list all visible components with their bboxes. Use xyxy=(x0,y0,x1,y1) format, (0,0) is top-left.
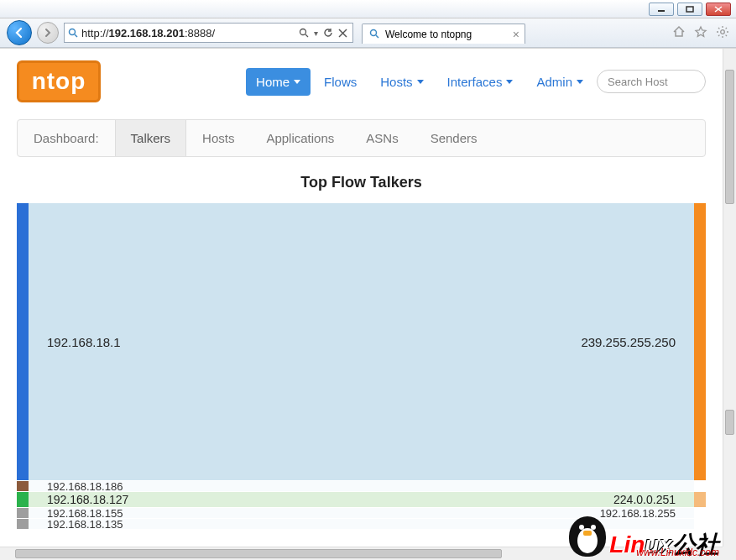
vertical-scrollbar[interactable] xyxy=(723,49,736,547)
flow-band: 192.168.18.186 xyxy=(29,481,694,491)
address-bar-tools: ▾ xyxy=(294,28,352,38)
flow-row[interactable]: 192.168.18.135 xyxy=(17,519,706,529)
source-host-label: 192.168.18.135 xyxy=(47,518,123,531)
dest-node-empty xyxy=(694,481,706,491)
nav-home[interactable]: Home xyxy=(246,68,311,96)
nav-hosts-label: Hosts xyxy=(380,75,412,89)
source-node xyxy=(17,508,29,518)
stop-icon[interactable] xyxy=(338,29,347,38)
source-host-label: 192.168.18.1 xyxy=(47,335,121,349)
flow-band: 192.168.18.155 192.168.18.255 xyxy=(29,508,694,518)
search-go-icon[interactable] xyxy=(299,28,309,38)
nav-back-button[interactable] xyxy=(7,20,32,45)
chevron-down-icon xyxy=(577,80,583,84)
window-titlebar xyxy=(0,0,736,18)
url-text: http://192.168.18.201:8888/ xyxy=(81,27,294,39)
nav-hosts[interactable]: Hosts xyxy=(370,68,433,96)
dest-host-label: 239.255.255.250 xyxy=(581,335,676,349)
svg-line-17 xyxy=(718,28,719,29)
dashboard-label: Dashboard: xyxy=(18,120,115,156)
browser-tab[interactable]: Welcome to ntopng × xyxy=(362,24,525,44)
source-node xyxy=(17,492,29,507)
search-placeholder: Search Host xyxy=(608,76,668,88)
svg-point-6 xyxy=(300,29,306,35)
ntop-logo[interactable]: ntop xyxy=(17,60,101,102)
close-button[interactable] xyxy=(706,3,731,16)
minimize-button[interactable] xyxy=(649,3,674,16)
source-node xyxy=(17,203,29,480)
source-host-label: 192.168.18.127 xyxy=(47,493,128,506)
scrollbar-thumb[interactable] xyxy=(15,549,502,558)
svg-line-7 xyxy=(305,34,308,37)
flow-row[interactable]: 192.168.18.155 192.168.18.255 xyxy=(17,508,706,518)
dest-node xyxy=(694,492,706,507)
nav-flows[interactable]: Flows xyxy=(314,68,367,96)
tab-favicon-search-icon xyxy=(369,29,380,39)
nav-home-label: Home xyxy=(256,75,290,89)
settings-icon[interactable] xyxy=(716,25,729,41)
browser-toolbar: http://192.168.18.201:8888/ ▾ Welcome to… xyxy=(0,18,736,48)
nav-forward-button[interactable] xyxy=(37,22,59,44)
chevron-down-icon xyxy=(506,80,513,84)
svg-point-4 xyxy=(69,29,75,34)
flow-band: 192.168.18.127 224.0.0.251 xyxy=(29,492,694,507)
nav-interfaces[interactable]: Interfaces xyxy=(437,68,524,96)
site-header: ntop Home Flows Hosts Interfaces Admin xyxy=(17,59,706,104)
source-node xyxy=(17,519,29,529)
search-input[interactable]: Search Host xyxy=(597,70,706,93)
horizontal-scrollbar[interactable] xyxy=(0,547,723,560)
chevron-down-icon xyxy=(417,80,424,84)
flow-row[interactable]: 192.168.18.1 239.255.255.250 xyxy=(17,203,706,480)
dest-node xyxy=(694,203,706,480)
scrollbar-thumb[interactable] xyxy=(725,70,734,204)
dest-node-empty xyxy=(694,519,706,529)
svg-line-11 xyxy=(376,35,378,38)
tab-title: Welcome to ntopng xyxy=(385,29,472,40)
nav-admin[interactable]: Admin xyxy=(526,68,593,96)
sankey-chart: 192.168.18.1 239.255.255.250 192.168.18.… xyxy=(17,203,706,529)
dest-host-label: 224.0.0.251 xyxy=(613,493,676,506)
tab-hosts[interactable]: Hosts xyxy=(186,120,250,156)
svg-rect-1 xyxy=(686,7,693,12)
home-icon[interactable] xyxy=(672,25,686,41)
tab-asns[interactable]: ASNs xyxy=(350,120,414,156)
browser-right-icons xyxy=(672,25,729,41)
search-icon xyxy=(65,28,81,39)
nav-admin-label: Admin xyxy=(536,75,572,89)
flow-row[interactable]: 192.168.18.186 xyxy=(17,481,706,491)
tab-close-icon[interactable]: × xyxy=(513,29,519,40)
svg-line-18 xyxy=(726,34,727,35)
scrollbar-thumb[interactable] xyxy=(725,410,734,435)
address-bar[interactable]: http://192.168.18.201:8888/ ▾ xyxy=(64,23,353,43)
flow-band: 192.168.18.1 239.255.255.250 xyxy=(29,203,694,480)
flow-band: 192.168.18.135 xyxy=(29,519,694,529)
dropdown-icon[interactable]: ▾ xyxy=(314,29,318,38)
dashboard-tabs: Dashboard: Talkers Hosts Applications AS… xyxy=(17,119,706,157)
svg-line-5 xyxy=(75,34,77,37)
tab-talkers[interactable]: Talkers xyxy=(115,120,187,156)
dest-node-empty xyxy=(694,508,706,518)
dest-host-label: 192.168.18.255 xyxy=(600,507,676,520)
favorites-icon[interactable] xyxy=(694,25,707,41)
svg-line-19 xyxy=(718,34,719,35)
source-host-label: 192.168.18.186 xyxy=(47,480,123,493)
scrollbar-corner xyxy=(723,547,736,560)
svg-line-20 xyxy=(726,28,727,29)
page-viewport: ntop Home Flows Hosts Interfaces Admin xyxy=(0,48,736,560)
svg-point-12 xyxy=(721,29,725,34)
source-node xyxy=(17,481,29,491)
tab-applications[interactable]: Applications xyxy=(250,120,350,156)
chevron-down-icon xyxy=(294,80,300,84)
flow-row[interactable]: 192.168.18.127 224.0.0.251 xyxy=(17,492,706,507)
maximize-button[interactable] xyxy=(677,3,702,16)
tab-strip: Welcome to ntopng × xyxy=(362,22,525,44)
tab-senders[interactable]: Senders xyxy=(415,120,493,156)
nav-interfaces-label: Interfaces xyxy=(447,75,503,89)
chart-title: Top Flow Talkers xyxy=(17,174,706,191)
svg-point-10 xyxy=(371,30,377,36)
refresh-icon[interactable] xyxy=(323,28,333,38)
